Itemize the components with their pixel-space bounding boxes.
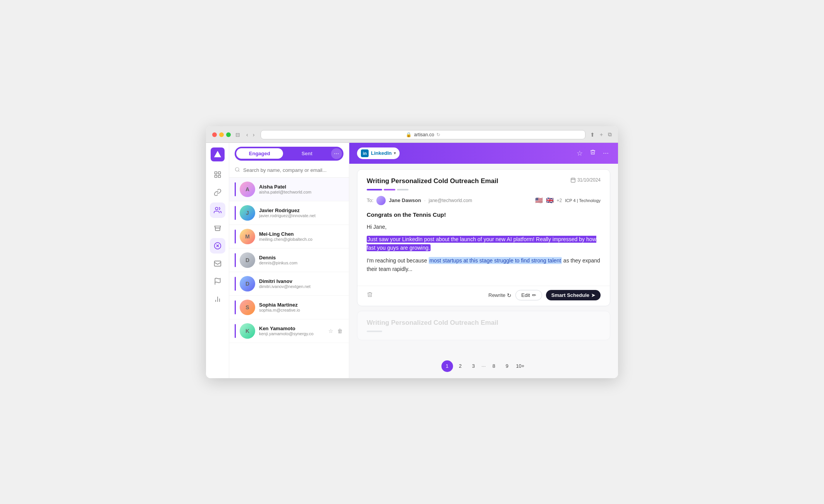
url-text: artisan.co [414, 132, 434, 137]
highlight-2: most startups at this stage struggle to … [429, 257, 562, 264]
sidebar-icon-flag[interactable] [210, 274, 225, 289]
email-progress-bar [367, 189, 601, 190]
contact-email: kenji.yamamoto@synergy.co [259, 331, 324, 336]
search-bar [229, 164, 349, 178]
contact-indicator [235, 253, 236, 267]
avatar: D [240, 252, 255, 268]
search-input[interactable] [243, 167, 343, 173]
rewrite-button[interactable]: Rewrite ↻ [488, 292, 512, 298]
contact-info: Javier Rodriguez javier.rodriguez@innova… [259, 207, 343, 218]
icp-badge: ICP 4 | Technology [565, 198, 601, 203]
linkedin-icon: in [361, 149, 369, 157]
page-btn-1[interactable]: 1 [441, 360, 453, 372]
email-to: To: Jane Dawson · jane@techworld.com [367, 196, 472, 205]
svg-rect-4 [218, 175, 220, 177]
contact-name: Aisha Patel [259, 184, 343, 190]
contact-email: sophia.m@creative.io [259, 308, 343, 312]
sidebar-icon-inbox[interactable] [210, 220, 225, 236]
avatar: A [240, 182, 255, 197]
list-item[interactable]: D Dennis dennis@pinkus.com [229, 249, 349, 272]
page-btn-2[interactable]: 2 [455, 360, 466, 372]
email-body: Hi Jane, Just saw your LinkedIn post abo… [367, 223, 601, 274]
address-bar[interactable]: 🔒 artisan.co ↻ [261, 130, 585, 139]
recipient-avatar [376, 196, 386, 205]
forward-btn[interactable]: › [251, 131, 256, 139]
tab-sent[interactable]: Sent [284, 148, 331, 159]
page-btn-9[interactable]: 9 [501, 360, 513, 372]
contact-info: Ken Yamamoto kenji.yamamoto@synergy.co [259, 326, 324, 336]
linkedin-badge[interactable]: in LinkedIn ▾ [357, 147, 400, 159]
reload-icon[interactable]: ↻ [436, 132, 440, 137]
svg-rect-6 [215, 228, 220, 231]
email-card-body: Writing Personalized Cold Outreach Email… [357, 170, 610, 281]
sidebar-icon-people[interactable] [210, 202, 225, 218]
list-item[interactable]: A Aisha Patel aisha.patel@techworld.com [229, 178, 349, 201]
main-content: in LinkedIn ▾ ☆ ··· Writing Personaliz [349, 143, 618, 378]
search-icon [235, 167, 240, 173]
list-item[interactable]: J Javier Rodriguez javier.rodriguez@inno… [229, 201, 349, 225]
contact-name: Sophia Martinez [259, 302, 343, 308]
contact-indicator [235, 230, 236, 243]
traffic-light-green[interactable] [226, 132, 231, 137]
list-item[interactable]: K Ken Yamamoto kenji.yamamoto@synergy.co… [229, 319, 349, 343]
traffic-light-yellow[interactable] [219, 132, 224, 137]
page-dots: ··· [481, 363, 487, 369]
page-btn-8[interactable]: 8 [488, 360, 500, 372]
list-item[interactable]: D Dimitri Ivanov dimitri.ivanov@nextgen.… [229, 272, 349, 296]
linkedin-dropdown-icon: ▾ [394, 151, 396, 155]
email-card-footer: Rewrite ↻ Edit ✏ Smart Schedule ➤ [357, 286, 610, 306]
contact-email: meiling.chen@globaltech.co [259, 237, 343, 242]
main-header: in LinkedIn ▾ ☆ ··· [349, 143, 618, 164]
delete-btn[interactable] [588, 147, 597, 159]
email-para-2: I'm reaching out because most startups a… [367, 256, 601, 274]
email-card-1: Writing Personalized Cold Outreach Email… [357, 169, 610, 307]
highlight-1: Just saw your LinkedIn post about the la… [367, 236, 596, 251]
flag-count: +2 [557, 198, 562, 203]
smart-schedule-label: Smart Schedule [551, 292, 589, 298]
sidebar-icon-chart[interactable] [210, 291, 225, 307]
list-item[interactable]: M Mei-Ling Chen meiling.chen@globaltech.… [229, 225, 349, 249]
avatar: S [240, 300, 255, 315]
contact-actions: ☆ 🗑 [328, 327, 343, 335]
contact-info: Sophia Martinez sophia.m@creative.io [259, 302, 343, 312]
page-btn-10plus[interactable]: 10+ [514, 360, 526, 372]
star-btn[interactable]: ☆ [575, 147, 584, 159]
sidebar-icon-link[interactable] [210, 185, 225, 200]
avatar: K [240, 323, 255, 339]
svg-marker-0 [214, 151, 221, 157]
sidebar-icon-mail[interactable] [210, 256, 225, 271]
share-btn[interactable]: ⬆ [590, 131, 595, 138]
sidebar-icon-rocket[interactable] [210, 238, 225, 254]
tab-more-btn[interactable]: ··· [331, 148, 342, 159]
back-btn[interactable]: ‹ [245, 131, 250, 139]
list-item[interactable]: S Sophia Martinez sophia.m@creative.io [229, 296, 349, 319]
trash-btn[interactable] [367, 291, 373, 299]
progress-seg-3 [397, 189, 409, 190]
progress-seg-2 [384, 189, 395, 190]
app-logo[interactable] [211, 147, 225, 161]
tab-engaged[interactable]: Engaged [236, 148, 283, 159]
sidebar-icon-palette[interactable] [210, 167, 225, 182]
traffic-light-red[interactable] [212, 132, 217, 137]
contact-list: A Aisha Patel aisha.patel@techworld.com … [229, 178, 349, 378]
edit-button[interactable]: Edit ✏ [515, 290, 542, 300]
page-btn-3[interactable]: 3 [468, 360, 479, 372]
email-greeting: Hi Jane, [367, 223, 601, 231]
sidebar-toggle-btn[interactable]: ⊟ [235, 132, 240, 138]
smart-schedule-button[interactable]: Smart Schedule ➤ [546, 290, 601, 300]
contact-indicator [235, 206, 236, 220]
email-meta-row: To: Jane Dawson · jane@techworld.com 🇺🇸 … [367, 196, 601, 205]
star-contact-btn[interactable]: ☆ [328, 327, 334, 335]
contact-email: aisha.patel@techworld.com [259, 190, 343, 194]
svg-rect-1 [215, 171, 217, 174]
contact-panel: Engaged Sent ··· A Aisha Patel aisha.pat… [229, 143, 349, 378]
rewrite-label: Rewrite [488, 292, 505, 298]
flag-us: 🇺🇸 [535, 197, 543, 204]
svg-point-12 [235, 167, 239, 171]
email-para-1: Just saw your LinkedIn post about the la… [367, 235, 601, 252]
new-tab-btn[interactable]: ＋ [599, 131, 604, 138]
svg-rect-2 [218, 171, 220, 174]
more-btn[interactable]: ··· [601, 147, 610, 159]
delete-contact-btn[interactable]: 🗑 [336, 327, 343, 335]
extensions-btn[interactable]: ⧉ [608, 131, 612, 138]
